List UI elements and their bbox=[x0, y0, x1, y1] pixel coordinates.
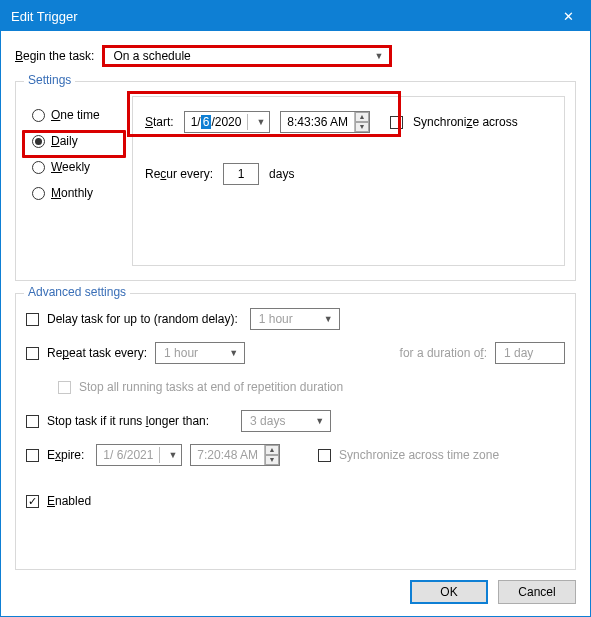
chevron-down-icon: ▼ bbox=[374, 51, 383, 61]
advanced-fieldset: Advanced settings Delay task for up to (… bbox=[15, 293, 576, 570]
expire-date-picker: 1/ 6/2021 ▼ bbox=[96, 444, 182, 466]
radio-weekly[interactable]: Weekly bbox=[32, 160, 122, 174]
radio-one-time-label: One time bbox=[51, 108, 100, 122]
duration-dropdown: 1 day bbox=[495, 342, 565, 364]
recur-unit-label: days bbox=[269, 167, 294, 181]
start-row: Start: 1/6/2020 ▼ 8:43:36 AM ▲▼ Synchron… bbox=[145, 111, 552, 133]
expire-row: Expire: 1/ 6/2021 ▼ 7:20:48 AM ▲▼ Synchr… bbox=[26, 444, 565, 466]
radio-monthly-label: Monthly bbox=[51, 186, 93, 200]
stop-repetition-row: Stop all running tasks at end of repetit… bbox=[58, 376, 565, 398]
enabled-row: Enabled bbox=[26, 490, 565, 512]
expire-time-picker: 7:20:48 AM ▲▼ bbox=[190, 444, 280, 466]
chevron-down-icon: ▼ bbox=[229, 348, 238, 358]
time-spinner[interactable]: ▲▼ bbox=[354, 112, 369, 132]
expire-label: Expire: bbox=[47, 448, 84, 462]
radio-icon bbox=[32, 109, 45, 122]
spinner-down-icon: ▼ bbox=[355, 122, 369, 132]
schedule-detail-panel: Start: 1/6/2020 ▼ 8:43:36 AM ▲▼ Synchron… bbox=[132, 96, 565, 266]
time-spinner: ▲▼ bbox=[264, 445, 279, 465]
repeat-dropdown: 1 hour▼ bbox=[155, 342, 245, 364]
recur-days-input[interactable]: 1 bbox=[223, 163, 259, 185]
chevron-down-icon: ▼ bbox=[256, 117, 265, 127]
schedule-radio-group: One time Daily Weekly Monthly bbox=[26, 96, 122, 266]
delay-checkbox[interactable] bbox=[26, 313, 39, 326]
enabled-checkbox[interactable] bbox=[26, 495, 39, 508]
edit-trigger-window: Edit Trigger ✕ Begin the task: On a sche… bbox=[0, 0, 591, 617]
radio-one-time[interactable]: One time bbox=[32, 108, 122, 122]
delay-row: Delay task for up to (random delay): 1 h… bbox=[26, 308, 565, 330]
sync-checkbox[interactable] bbox=[390, 116, 403, 129]
repeat-row: Repeat task every: 1 hour▼ for a duratio… bbox=[26, 342, 565, 364]
chevron-down-icon: ▼ bbox=[168, 450, 177, 460]
expire-sync-label: Synchronize across time zone bbox=[339, 448, 499, 462]
stop-longer-checkbox[interactable] bbox=[26, 415, 39, 428]
repeat-label: Repeat task every: bbox=[47, 346, 147, 360]
advanced-legend: Advanced settings bbox=[24, 285, 130, 299]
begin-task-value: On a schedule bbox=[113, 49, 190, 63]
radio-icon bbox=[32, 135, 45, 148]
expire-sync-checkbox bbox=[318, 449, 331, 462]
stop-longer-label: Stop task if it runs longer than: bbox=[47, 414, 209, 428]
settings-fieldset: Settings One time Daily Weekly bbox=[15, 81, 576, 281]
chevron-down-icon: ▼ bbox=[324, 314, 333, 324]
delay-label: Delay task for up to (random delay): bbox=[47, 312, 238, 326]
titlebar: Edit Trigger ✕ bbox=[1, 1, 590, 31]
start-time-picker[interactable]: 8:43:36 AM ▲▼ bbox=[280, 111, 370, 133]
chevron-down-icon: ▼ bbox=[315, 416, 324, 426]
enabled-label: Enabled bbox=[47, 494, 91, 508]
close-icon[interactable]: ✕ bbox=[557, 9, 580, 24]
radio-icon bbox=[32, 187, 45, 200]
spinner-up-icon: ▲ bbox=[265, 445, 279, 455]
begin-task-row: Begin the task: On a schedule ▼ bbox=[15, 45, 576, 67]
radio-icon bbox=[32, 161, 45, 174]
stop-repetition-label: Stop all running tasks at end of repetit… bbox=[79, 380, 343, 394]
repeat-checkbox[interactable] bbox=[26, 347, 39, 360]
duration-label: for a duration of: bbox=[400, 346, 487, 360]
start-date-picker[interactable]: 1/6/2020 ▼ bbox=[184, 111, 271, 133]
radio-monthly[interactable]: Monthly bbox=[32, 186, 122, 200]
cancel-button[interactable]: Cancel bbox=[498, 580, 576, 604]
recur-row: Recur every: 1 days bbox=[145, 163, 552, 185]
spinner-up-icon: ▲ bbox=[355, 112, 369, 122]
sync-label: Synchronize across bbox=[413, 115, 518, 129]
spinner-down-icon: ▼ bbox=[265, 455, 279, 465]
stop-repetition-checkbox bbox=[58, 381, 71, 394]
radio-daily[interactable]: Daily bbox=[32, 134, 122, 148]
recur-label: Recur every: bbox=[145, 167, 213, 181]
radio-daily-label: Daily bbox=[51, 134, 78, 148]
start-label: Start: bbox=[145, 115, 174, 129]
ok-button[interactable]: OK bbox=[410, 580, 488, 604]
dialog-body: Begin the task: On a schedule ▼ Settings… bbox=[1, 31, 590, 616]
stop-longer-dropdown: 3 days▼ bbox=[241, 410, 331, 432]
window-title: Edit Trigger bbox=[11, 9, 77, 24]
begin-task-label: Begin the task: bbox=[15, 49, 94, 63]
radio-weekly-label: Weekly bbox=[51, 160, 90, 174]
delay-dropdown: 1 hour▼ bbox=[250, 308, 340, 330]
stop-longer-row: Stop task if it runs longer than: 3 days… bbox=[26, 410, 565, 432]
dialog-buttons: OK Cancel bbox=[15, 570, 576, 604]
expire-checkbox[interactable] bbox=[26, 449, 39, 462]
settings-legend: Settings bbox=[24, 73, 75, 87]
begin-task-dropdown[interactable]: On a schedule ▼ bbox=[102, 45, 392, 67]
